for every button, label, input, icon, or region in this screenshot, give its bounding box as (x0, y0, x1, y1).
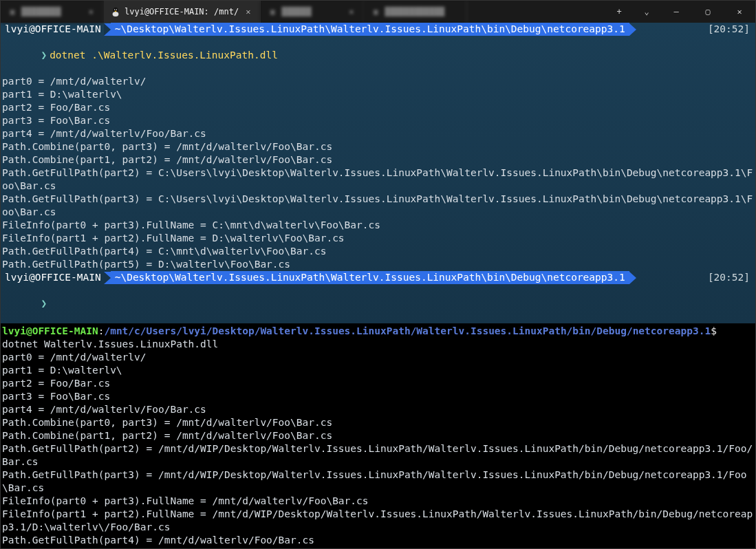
output-line: Path.GetFullPath(part5) = /mnt/d/WIP/Des… (2, 547, 754, 548)
ps-prompt-1: lvyi@OFFICE-MAIN ~\Desktop\Walterlv.Issu… (2, 23, 754, 36)
prompt-time: [20:52] (708, 271, 754, 284)
svg-point-3 (116, 9, 117, 10)
command-text: dotnet .\Walterlv.Issues.LinuxPath.dll (50, 50, 278, 61)
tab-strip: ▣ ████████ ✕ lvyi@OFFICE-MAIN: /mnt/ ✕ ▣… (1, 1, 605, 23)
tab-inactive-3[interactable]: ▣ ████████████ (364, 1, 467, 23)
output-line: Path.Combine(part1, part2) = /mnt/d/walt… (2, 429, 754, 442)
terminal-body[interactable]: lvyi@OFFICE-MAIN ~\Desktop\Walterlv.Issu… (1, 23, 755, 548)
output-line: Path.Combine(part1, part2) = /mnt/d/walt… (2, 153, 754, 166)
svg-point-2 (114, 9, 115, 10)
output-line: FileInfo(part1 + part2).FullName = D:\wa… (2, 232, 754, 245)
titlebar: ▣ ████████ ✕ lvyi@OFFICE-MAIN: /mnt/ ✕ ▣… (1, 1, 755, 23)
chevron-right-icon (629, 272, 636, 284)
prompt-path: ~\Desktop\Walterlv.Issues.LinuxPath\Walt… (111, 23, 629, 36)
window-controls: — ▢ ✕ (660, 1, 755, 23)
tab-title: lvyi@OFFICE-MAIN: /mnt/ (125, 7, 239, 17)
output-line: part0 = /mnt/d/walterlv/ (2, 75, 754, 88)
prompt-path: /mnt/c/Users/lvyi/Desktop/Walterlv.Issue… (104, 325, 711, 336)
output-line: Path.GetFullPath(part4) = /mnt/d/walterl… (2, 534, 754, 547)
powershell-icon: ▣ (371, 7, 380, 17)
prompt-user: lvyi@OFFICE-MAIN (2, 23, 104, 36)
minimize-button[interactable]: — (660, 1, 692, 23)
output-line: Path.GetFullPath(part2) = /mnt/d/WIP/Des… (2, 442, 754, 469)
bash-command: dotnet Walterlv.Issues.LinuxPath.dll (2, 338, 754, 351)
prompt-path: ~\Desktop\Walterlv.Issues.LinuxPath\Walt… (111, 271, 629, 284)
tab-dropdown-button[interactable]: ⌄ (633, 7, 660, 17)
output-line: part4 = /mnt/d/walterlv/Foo/Bar.cs (2, 403, 754, 416)
tab-inactive-2[interactable]: ▣ ██████ ✕ (261, 1, 364, 23)
output-line: Path.GetFullPath(part3) = /mnt/d/WIP/Des… (2, 469, 754, 495)
output-line: Path.GetFullPath(part4) = C:\mnt\d\walte… (2, 245, 754, 258)
ps-command-line: ❯dotnet .\Walterlv.Issues.LinuxPath.dll (2, 36, 754, 75)
output-line: Path.GetFullPath(part2) = C:\Users\lvyi\… (2, 166, 754, 193)
tab-inactive-1[interactable]: ▣ ████████ ✕ (1, 1, 104, 23)
chevron-right-icon (104, 23, 111, 36)
output-line: part3 = Foo\Bar.cs (2, 114, 754, 127)
output-line: part0 = /mnt/d/walterlv/ (2, 351, 754, 364)
new-tab-button[interactable]: + (605, 7, 633, 17)
bash-output: part0 = /mnt/d/walterlv/part1 = D:\walte… (2, 351, 754, 548)
prompt-time: [20:52] (708, 23, 754, 36)
chevron-right-icon (629, 23, 636, 36)
close-icon[interactable]: ✕ (243, 7, 253, 17)
output-line: Path.GetFullPath(part5) = D:\walterlv\Fo… (2, 258, 754, 271)
powershell-icon: ▣ (8, 7, 17, 17)
prompt-caret-icon: ❯ (38, 298, 50, 309)
chevron-right-icon (104, 272, 111, 284)
maximize-button[interactable]: ▢ (692, 1, 724, 23)
output-line: part1 = D:\walterlv\ (2, 88, 754, 101)
close-icon[interactable]: ✕ (346, 7, 356, 17)
prompt-caret-icon: ❯ (38, 50, 50, 61)
svg-point-1 (113, 12, 119, 17)
output-line: part2 = Foo/Bar.cs (2, 101, 754, 114)
output-line: part2 = Foo/Bar.cs (2, 377, 754, 390)
tux-linux-icon (111, 7, 120, 17)
output-line: FileInfo(part0 + part3).FullName = /mnt/… (2, 495, 754, 508)
prompt-dollar: $ (711, 325, 717, 336)
powershell-icon: ▣ (268, 7, 277, 17)
output-line: part3 = Foo\Bar.cs (2, 390, 754, 403)
bash-pane[interactable]: lvyi@OFFICE-MAIN:/mnt/c/Users/lvyi/Deskt… (1, 323, 755, 548)
output-line: Path.GetFullPath(part3) = C:\Users\lvyi\… (2, 193, 754, 219)
prompt-user: lvyi@OFFICE-MAIN (2, 325, 98, 336)
powershell-pane[interactable]: lvyi@OFFICE-MAIN ~\Desktop\Walterlv.Issu… (1, 23, 755, 323)
output-line: Path.Combine(part0, part3) = /mnt/d/walt… (2, 140, 754, 153)
ps-output: part0 = /mnt/d/walterlv/part1 = D:\walte… (2, 75, 754, 271)
prompt-user: lvyi@OFFICE-MAIN (2, 271, 104, 284)
tab-active[interactable]: lvyi@OFFICE-MAIN: /mnt/ ✕ (104, 1, 261, 23)
output-line: FileInfo(part0 + part3).FullName = C:\mn… (2, 219, 754, 232)
close-window-button[interactable]: ✕ (724, 1, 755, 23)
output-line: part1 = D:\walterlv\ (2, 364, 754, 377)
ps-empty-prompt: ❯ (2, 284, 754, 323)
close-icon[interactable]: ✕ (86, 7, 96, 17)
ps-prompt-2: lvyi@OFFICE-MAIN ~\Desktop\Walterlv.Issu… (2, 271, 754, 284)
bash-prompt-1: lvyi@OFFICE-MAIN:/mnt/c/Users/lvyi/Deskt… (2, 325, 754, 338)
output-line: part4 = /mnt/d/walterlv/Foo/Bar.cs (2, 127, 754, 140)
output-line: FileInfo(part1 + part2).FullName = /mnt/… (2, 508, 754, 534)
output-line: Path.Combine(part0, part3) = /mnt/d/walt… (2, 416, 754, 429)
